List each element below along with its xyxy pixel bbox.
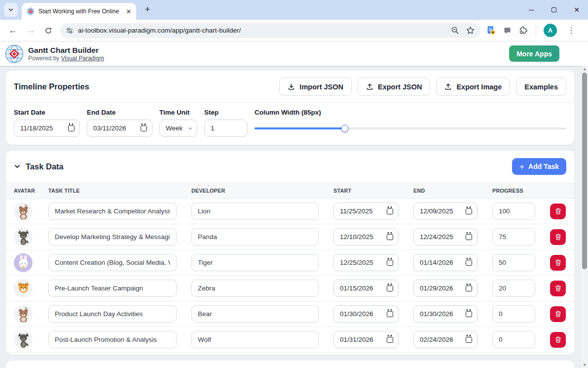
step-value: 1: [211, 124, 215, 132]
zoom-out-icon[interactable]: [451, 26, 459, 35]
time-unit-field: Time Unit Week: [159, 109, 197, 137]
tab-close-icon[interactable]: ✕: [124, 7, 133, 16]
browser-tab[interactable]: Start Working with Free Online ✕: [22, 3, 136, 20]
user-avatar[interactable]: A: [565, 45, 581, 62]
start-date-input[interactable]: 01/15/2026: [333, 280, 399, 297]
extensions-puzzle-icon[interactable]: [519, 26, 528, 35]
end-date-input[interactable]: 02/24/2026: [413, 331, 478, 348]
end-date-input[interactable]: 03/11/2026: [87, 120, 152, 137]
developer-input[interactable]: [191, 280, 319, 297]
calendar-icon[interactable]: [466, 260, 472, 266]
calendar-icon[interactable]: [466, 337, 472, 343]
browser-titlebar: Start Working with Free Online ✕ + ✕: [0, 0, 588, 20]
docs-offline-extension-icon[interactable]: [486, 26, 496, 35]
start-date-value: 01/31/2026: [340, 336, 373, 343]
task-title-input[interactable]: [48, 203, 177, 220]
time-unit-select[interactable]: Week: [159, 120, 197, 137]
address-bar[interactable]: ai-toolbox.visual-paradigm.com/app/gantt…: [60, 23, 480, 38]
export-image-button[interactable]: Export Image: [436, 78, 510, 96]
progress-input[interactable]: [492, 331, 535, 348]
bookmark-star-icon[interactable]: [466, 26, 475, 35]
calendar-icon[interactable]: [68, 125, 74, 131]
start-date-input[interactable]: 12/25/2025: [333, 254, 399, 271]
start-date-input[interactable]: 11/18/2025: [14, 120, 80, 137]
progress-input[interactable]: [492, 254, 535, 271]
developer-input[interactable]: [191, 228, 319, 245]
calendar-icon[interactable]: [387, 260, 393, 266]
end-date-input[interactable]: 01/29/2026: [413, 280, 478, 297]
start-date-input[interactable]: 12/10/2025: [333, 228, 399, 245]
task-title-input[interactable]: [48, 331, 177, 348]
export-json-button[interactable]: Export JSON: [358, 78, 430, 96]
comment-extension-icon[interactable]: [503, 26, 512, 35]
delete-task-button[interactable]: [550, 306, 566, 322]
end-date-input[interactable]: 01/14/2026: [413, 254, 478, 271]
column-width-slider[interactable]: [255, 120, 566, 137]
developer-input[interactable]: [191, 331, 319, 348]
progress-input[interactable]: [492, 305, 535, 323]
forward-button[interactable]: →: [22, 22, 39, 39]
calendar-icon[interactable]: [466, 208, 472, 214]
calendar-icon[interactable]: [387, 311, 393, 317]
browser-menu-icon[interactable]: ⋮: [564, 26, 578, 35]
calendar-icon[interactable]: [387, 234, 393, 240]
developer-input[interactable]: [191, 203, 319, 220]
delete-task-button[interactable]: [550, 255, 566, 271]
import-json-button[interactable]: Import JSON: [279, 78, 352, 96]
start-date-input[interactable]: 01/30/2026: [333, 305, 399, 323]
progress-input[interactable]: [492, 280, 535, 297]
browser-profile-avatar[interactable]: A: [544, 24, 557, 37]
delete-task-button[interactable]: [550, 229, 566, 245]
calendar-icon[interactable]: [387, 208, 393, 214]
end-date-input[interactable]: 01/30/2026: [413, 305, 478, 323]
delete-task-button[interactable]: [550, 281, 566, 296]
examples-button[interactable]: Examples: [516, 78, 566, 96]
timeline-properties-card: Timeline Properties Import JSON Export J…: [6, 71, 574, 145]
calendar-icon[interactable]: [141, 125, 147, 131]
reload-button[interactable]: [40, 22, 57, 39]
calendar-icon[interactable]: [387, 337, 393, 343]
new-tab-button[interactable]: +: [141, 3, 154, 16]
visual-paradigm-link[interactable]: Visual Paradigm: [61, 55, 104, 62]
task-title-input[interactable]: [48, 280, 177, 297]
calendar-icon[interactable]: [387, 286, 393, 291]
calendar-icon[interactable]: [466, 311, 472, 317]
calendar-icon[interactable]: [466, 286, 472, 291]
slider-track[interactable]: [255, 127, 566, 129]
progress-input[interactable]: [492, 203, 535, 220]
scrollbar-up-arrow[interactable]: ▲: [581, 67, 588, 71]
window-maximize-button[interactable]: [543, 0, 565, 20]
window-close-button[interactable]: ✕: [565, 0, 588, 20]
step-input[interactable]: 1: [204, 120, 248, 137]
avatar-rabbit: [14, 253, 33, 272]
task-data-title: Task Data: [26, 162, 64, 171]
end-date-input[interactable]: 12/24/2025: [413, 228, 478, 245]
back-button[interactable]: ←: [4, 22, 21, 39]
page-scrollbar[interactable]: ▲ ▼: [581, 66, 588, 368]
more-apps-button[interactable]: More Apps: [509, 45, 559, 62]
export-image-label: Export Image: [456, 83, 502, 91]
task-title-input[interactable]: [48, 228, 177, 245]
card-divider: [6, 102, 574, 103]
scrollbar-thumb[interactable]: [582, 73, 587, 269]
add-task-button[interactable]: + Add Task: [512, 158, 566, 175]
end-date-input[interactable]: 12/09/2025: [413, 203, 478, 220]
tab-search-button[interactable]: [4, 3, 18, 17]
task-title-input[interactable]: [48, 254, 177, 271]
scrollbar-down-arrow[interactable]: ▼: [581, 363, 588, 367]
delete-task-button[interactable]: [550, 332, 566, 348]
calendar-icon[interactable]: [466, 234, 472, 240]
column-width-slider-thumb[interactable]: [341, 124, 349, 132]
url-text[interactable]: ai-toolbox.visual-paradigm.com/app/gantt…: [78, 27, 444, 34]
start-date-input[interactable]: 01/31/2026: [333, 331, 399, 348]
progress-input[interactable]: [492, 228, 535, 245]
window-minimize-button[interactable]: [520, 0, 543, 20]
delete-task-button[interactable]: [550, 204, 566, 219]
developer-input[interactable]: [191, 254, 319, 271]
collapse-chevron-icon[interactable]: [14, 163, 21, 170]
start-date-input[interactable]: 11/25/2025: [333, 203, 399, 220]
developer-input[interactable]: [191, 305, 319, 323]
site-info-icon[interactable]: [66, 27, 73, 34]
task-title-input[interactable]: [48, 305, 177, 323]
end-date-value: 01/14/2026: [420, 259, 453, 266]
